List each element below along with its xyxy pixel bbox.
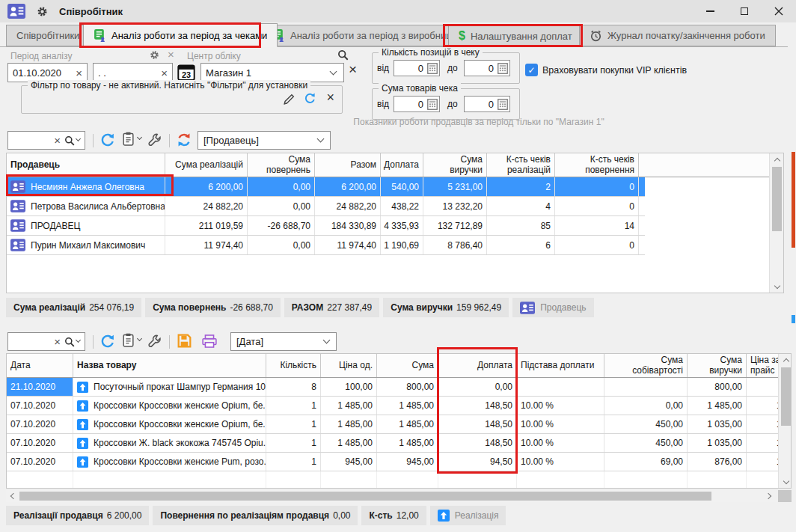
period-clear-icon[interactable]: ×	[168, 48, 174, 61]
positions-to-input[interactable]: 0	[464, 60, 510, 76]
save-button[interactable]	[177, 334, 192, 348]
close-button[interactable]	[762, 0, 796, 22]
refresh-filter-button[interactable]	[304, 92, 316, 107]
gear-icon[interactable]	[37, 6, 48, 17]
column-header[interactable]: Сума реалізацій	[165, 153, 248, 177]
tab-label: Співробітники	[16, 30, 79, 41]
scrollbar-thumb[interactable]	[19, 492, 711, 501]
tab-employees[interactable]: Співробітники	[6, 25, 90, 46]
table-cell	[604, 378, 688, 396]
store-clear-icon[interactable]: ×	[349, 61, 357, 78]
scroll-down-button[interactable]	[770, 281, 784, 293]
refresh-button[interactable]	[100, 132, 115, 147]
column-header[interactable]: Сума собівартості	[604, 354, 688, 377]
search-input[interactable]: ×	[7, 131, 85, 150]
seller-row[interactable]: ПРОДАВЕЦ 211 019,59 -26 688,70 184 330,8…	[7, 216, 645, 236]
scrollbar-thumb[interactable]	[772, 167, 782, 231]
column-header[interactable]: Сума повернень	[248, 153, 315, 177]
table-cell: 85	[487, 216, 555, 235]
clipboard-button[interactable]	[122, 132, 141, 146]
detail-row[interactable]: 07.10.2020 Кроссовки Кроссовки женские P…	[7, 453, 779, 471]
vertical-scrollbar[interactable]	[769, 153, 783, 293]
scroll-up-button[interactable]	[770, 153, 784, 165]
column-header[interactable]: Ціна од.	[321, 354, 377, 377]
scroll-up-button[interactable]	[779, 354, 792, 366]
toolbar-separator	[169, 335, 170, 349]
search-input[interactable]: ×	[7, 332, 85, 351]
search-icon[interactable]	[64, 337, 75, 347]
column-header[interactable]: Назва товару	[73, 354, 266, 377]
table-cell: 1 035,00	[688, 415, 747, 433]
clipboard-button[interactable]	[122, 333, 141, 347]
tab-surcharge-settings[interactable]: $ Налаштування доплат	[448, 25, 583, 46]
column-header[interactable]: Доплата	[438, 354, 517, 377]
toolbar-separator	[93, 134, 94, 147]
clear-search-icon[interactable]: ×	[52, 135, 63, 146]
group-by-value: [Продавець]	[198, 135, 318, 146]
sellers-group-by-select[interactable]: [Продавець]	[198, 131, 331, 150]
table-cell: 13 232,20	[423, 197, 487, 215]
clipboard-icon	[122, 333, 135, 347]
date-to-value: . .	[94, 67, 156, 79]
column-header[interactable]: Ціна за прайс	[747, 354, 779, 377]
search-icon[interactable]	[337, 49, 349, 63]
seller-row-selected[interactable]: Несмиян Анжела Олеговна 6 200,00 0,00 6 …	[7, 177, 645, 197]
details-group-by-select[interactable]: [Дата]	[230, 332, 337, 351]
refresh-button[interactable]	[100, 334, 115, 349]
scroll-right-button[interactable]	[763, 490, 775, 502]
detail-row[interactable]: 07.10.2020 Кроссовки Кроссовки женские O…	[7, 397, 779, 415]
column-header[interactable]: Продавець	[7, 153, 165, 177]
date-from-clear-icon[interactable]: ×	[71, 67, 87, 79]
column-header[interactable]: Кількість	[266, 354, 321, 377]
detail-row[interactable]: 07.10.2020 Кроссовки Ж. black экокожа 74…	[7, 434, 779, 453]
tab-work-journal[interactable]: Журнал початку/закінчення роботи	[579, 25, 776, 46]
table-cell: 10.00 %	[517, 434, 604, 452]
vertical-scrollbar[interactable]	[778, 354, 792, 488]
column-header[interactable]: Сума виручки	[423, 153, 487, 177]
column-header[interactable]: Сума	[377, 354, 438, 377]
vip-checkbox[interactable]: ✓	[525, 64, 538, 76]
seller-row[interactable]: Петрова Василиса Альбертовна 24 882,20 0…	[7, 197, 645, 216]
table-cell: 1 485,00	[321, 397, 377, 415]
seller-row[interactable]: Пурин Михаил Максимович 11 974,40 0,00 1…	[7, 236, 645, 255]
search-options-chevron-icon[interactable]	[76, 337, 81, 343]
sum-from-input[interactable]: 0	[394, 96, 440, 112]
print-button[interactable]	[202, 334, 217, 348]
scrollbar-thumb[interactable]	[781, 367, 791, 426]
minimize-icon	[706, 10, 714, 12]
column-header[interactable]: К-сть чеків повернення	[555, 153, 639, 177]
column-header[interactable]: Разом	[315, 153, 381, 177]
column-header[interactable]: Дата	[7, 354, 73, 377]
scroll-left-button[interactable]	[6, 490, 18, 502]
column-header[interactable]: Сума виручки	[688, 354, 747, 377]
period-gear-icon[interactable]	[150, 50, 159, 62]
sum-to-input[interactable]: 0	[464, 96, 510, 112]
product-name: Кроссовки Ж. black экокожа 745745 Opiu..…	[94, 438, 266, 448]
detail-row[interactable]: 07.10.2020 Кроссовки Кроссовки женские O…	[7, 415, 779, 434]
scrollbar-corner	[778, 490, 792, 502]
detail-row[interactable]: 21.10.2020 Посуточный прокат Шампур Герм…	[7, 378, 779, 397]
clear-filter-button[interactable]: ×	[326, 90, 334, 106]
date-to-clear-icon[interactable]: ×	[156, 67, 172, 79]
tab-analysis-production[interactable]: Аналіз роботи за період з виробництва	[262, 25, 477, 46]
minimize-button[interactable]	[693, 0, 727, 22]
maximize-button[interactable]	[727, 0, 762, 22]
scroll-down-button[interactable]	[779, 476, 792, 488]
refresh-grouping-button[interactable]	[177, 132, 192, 147]
positions-from-input[interactable]: 0	[394, 60, 440, 76]
table-cell: 148,50	[438, 397, 517, 415]
tab-analysis-checks[interactable]: Аналіз роботи за період за чеками	[83, 23, 278, 47]
checkmark-icon: ✓	[527, 65, 535, 76]
settings-wrench-button[interactable]	[148, 334, 162, 348]
column-header[interactable]: Доплата	[381, 153, 423, 177]
column-header[interactable]: Підстава доплати	[517, 354, 604, 377]
column-header[interactable]: К-сть чеків реалізацій	[487, 153, 555, 177]
edit-filter-button[interactable]	[283, 93, 296, 108]
calculator-icon	[498, 99, 508, 110]
table-cell: 148,50	[438, 434, 517, 452]
horizontal-scrollbar[interactable]	[6, 490, 777, 502]
clear-search-icon[interactable]: ×	[52, 336, 63, 347]
settings-wrench-button[interactable]	[148, 133, 162, 147]
search-icon[interactable]	[64, 135, 75, 146]
search-options-chevron-icon[interactable]	[76, 136, 81, 141]
